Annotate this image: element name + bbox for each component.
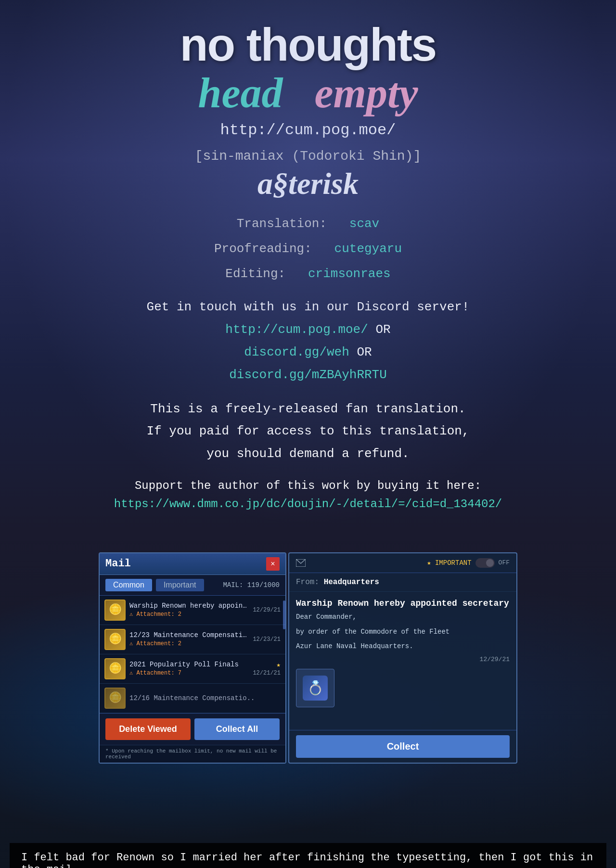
detail-body: Warship Renown hereby appointed secretar… — [289, 592, 516, 730]
support-line1: Support the author of this work by buyin… — [10, 477, 606, 495]
tab-important[interactable]: Important — [156, 579, 204, 591]
attachment-icon: 💍 — [303, 676, 328, 701]
mail-item-title-1: Warship Renown hereby appointe.. — [129, 602, 249, 610]
important-label: ★ IMPORTANT OFF — [427, 558, 510, 568]
mail-list: 🪙 Warship Renown hereby appointe.. ⚠ Att… — [100, 596, 285, 713]
mail-item-title-3: 2021 Popularity Poll Finals — [129, 661, 249, 668]
free-notice-1: This is a freely-released fan translatio… — [10, 398, 606, 421]
mail-panel: Mail × Common Important MAIL: 119/1000 🪙… — [99, 552, 286, 764]
mail-item[interactable]: 🪙 12/16 Maintenance Compensatio.. — [100, 684, 285, 713]
free-notice: This is a freely-released fan translatio… — [10, 398, 606, 465]
mail-item-attachment-2: ⚠ Attachment: 2 — [129, 640, 249, 647]
banner-url[interactable]: http://cum.pog.moe/ — [10, 121, 606, 139]
mail-star-icon: ★ — [277, 661, 281, 669]
game-ui-container: Mail × Common Important MAIL: 119/1000 🪙… — [99, 552, 517, 764]
detail-date: 12/29/21 — [296, 656, 510, 663]
mail-item-content-3: 2021 Popularity Poll Finals ⚠ Attachment… — [129, 661, 249, 677]
detail-from: From: Headquarters — [289, 573, 516, 592]
mail-header: Mail × — [100, 553, 285, 575]
from-value: Headquarters — [324, 578, 379, 587]
mail-item-content-2: 12/23 Maintenance Compensatio.. ⚠ Attach… — [129, 631, 249, 647]
mail-item-attachment-3: ⚠ Attachment: 7 — [129, 669, 249, 677]
title-main: no thoughts — [10, 19, 606, 70]
author-bracket: [sin-maniax (Todoroki Shin)] — [10, 149, 606, 164]
mail-item[interactable]: 🪙 2021 Popularity Poll Finals ⚠ Attachme… — [100, 654, 285, 684]
detail-header: ★ IMPORTANT OFF — [289, 553, 516, 573]
mail-tabs: Common Important MAIL: 119/1000 — [100, 575, 285, 596]
support-text: Support the author of this work by buyin… — [10, 477, 606, 514]
mail-item-date-1: 12/29/21 — [253, 607, 281, 613]
collect-button[interactable]: Collect — [296, 735, 510, 758]
translation-value: scav — [349, 217, 379, 231]
detail-attachment: 💍 — [296, 669, 334, 707]
link2[interactable]: discord.gg/weh — [244, 345, 349, 359]
scroll-indicator — [283, 600, 285, 629]
mail-actions: Delete Viewed Collect All — [100, 713, 285, 745]
detail-title: Warship Renown hereby appointed secretar… — [296, 599, 510, 608]
editing-line: Editing: crimsonraes — [10, 261, 606, 286]
mail-item[interactable]: 🪙 Warship Renown hereby appointe.. ⚠ Att… — [100, 596, 285, 625]
mail-item-date-3: 12/21/21 — [253, 670, 281, 677]
proofreading-label: Proofreading: — [214, 242, 312, 256]
work-title: a§terisk — [10, 166, 606, 202]
detail-content-2: Azur Lane Naval Headquarters. — [296, 641, 510, 651]
mail-item-content-4: 12/16 Maintenance Compensatio.. — [129, 694, 281, 702]
game-section: Mail × Common Important MAIL: 119/1000 🪙… — [0, 528, 616, 868]
mail-coin-icon-4: 🪙 — [104, 688, 126, 709]
translation-label: Translation: — [237, 217, 327, 231]
mail-count: MAIL: 119/1000 — [223, 581, 280, 589]
delete-viewed-button[interactable]: Delete Viewed — [105, 718, 191, 740]
links-line: http://cum.pog.moe/ OR discord.gg/weh OR… — [10, 319, 606, 386]
mail-item[interactable]: 🪙 12/23 Maintenance Compensatio.. ⚠ Atta… — [100, 625, 285, 654]
credit-group: [sin-maniax (Todoroki Shin)] a§terisk — [10, 149, 606, 202]
mail-detail-panel: ★ IMPORTANT OFF From: Headquarters Warsh… — [288, 552, 517, 764]
mail-title: Mail — [105, 558, 131, 570]
mail-coin-icon-1: 🪙 — [104, 600, 126, 621]
message-icon — [296, 559, 306, 567]
editing-value: crimsonraes — [308, 267, 391, 281]
link3[interactable]: discord.gg/mZBAyhRRTU — [229, 368, 387, 382]
collect-all-button[interactable]: Collect All — [194, 718, 280, 740]
translation-line: Translation: scav — [10, 211, 606, 236]
bottom-caption: I felt bad for Renown so I married her a… — [10, 843, 606, 868]
title-head: head — [198, 70, 282, 116]
tab-common[interactable]: Common — [105, 579, 152, 591]
title-empty: empty — [314, 70, 418, 116]
or1: OR — [375, 322, 390, 337]
free-notice-2: If you paid for access to this translati… — [10, 420, 606, 443]
mail-coin-icon-2: 🪙 — [104, 629, 126, 650]
detail-greeting: Dear Commander, — [296, 613, 510, 621]
detail-footer: Collect — [289, 730, 516, 763]
proofreading-line: Proofreading: cutegyaru — [10, 236, 606, 261]
from-label: From: — [296, 578, 319, 587]
support-link[interactable]: https://www.dmm.co.jp/dc/doujin/-/detail… — [10, 495, 606, 513]
caption-text: I felt bad for Renown so I married her a… — [21, 852, 595, 868]
mail-notice: * Upon reaching the mailbox limit, no ne… — [100, 745, 285, 763]
mail-coin-icon-3: 🪙 — [104, 658, 126, 679]
link1[interactable]: http://cum.pog.moe/ — [225, 322, 368, 337]
important-toggle[interactable] — [475, 558, 495, 568]
mail-close-button[interactable]: × — [266, 557, 280, 571]
mail-item-date-2: 12/23/21 — [253, 636, 281, 643]
mail-item-title-4: 12/16 Maintenance Compensatio.. — [129, 694, 281, 702]
title-sub: head empty — [10, 70, 606, 117]
mail-item-content-1: Warship Renown hereby appointe.. ⚠ Attac… — [129, 602, 249, 618]
credit-roles: Translation: scav Proofreading: cutegyar… — [10, 211, 606, 286]
top-banner: no thoughts head empty http://cum.pog.mo… — [0, 0, 616, 528]
editing-label: Editing: — [225, 267, 285, 281]
proofreading-value: cutegyaru — [334, 242, 402, 256]
discord-text: Get in touch with us in our Discord serv… — [10, 296, 606, 386]
discord-invite: Get in touch with us in our Discord serv… — [10, 296, 606, 319]
mail-item-attachment-1: ⚠ Attachment: 2 — [129, 611, 249, 618]
mail-item-title-2: 12/23 Maintenance Compensatio.. — [129, 631, 249, 639]
toggle-off-label: OFF — [499, 559, 510, 566]
detail-content-1: by order of the Commodore of the Fleet — [296, 626, 510, 637]
or2: OR — [357, 345, 372, 359]
free-notice-3: you should demand a refund. — [10, 443, 606, 465]
